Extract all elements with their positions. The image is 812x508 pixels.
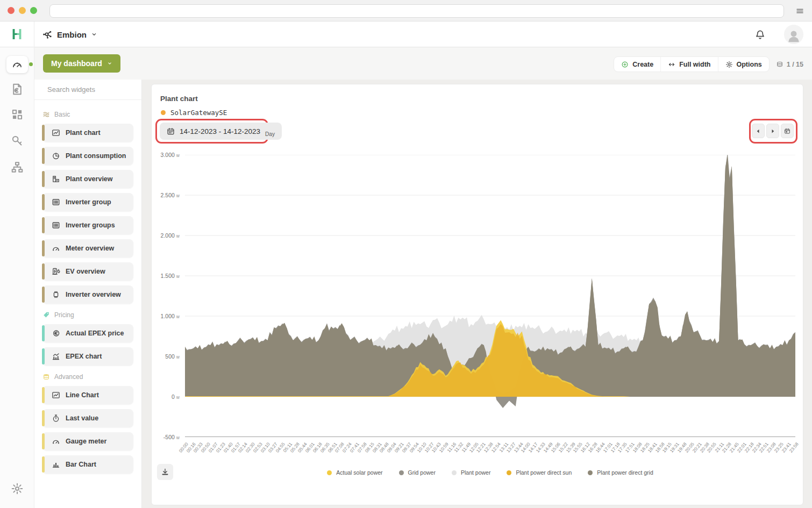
section-header-pricing: Pricing [42, 311, 133, 319]
device-row: SolarGatewaySE [161, 109, 227, 117]
arrows-h-icon [668, 61, 675, 68]
widget-item-label: Inverter groups [66, 221, 115, 229]
widget-item-inverter-group[interactable]: Inverter group [42, 193, 133, 211]
x-axis-labels: 00:0000:1600:3300:5001:0701:2301:4001:57… [185, 439, 795, 463]
gauge-icon [52, 244, 60, 253]
widget-item-plant-chart[interactable]: Plant chart [42, 124, 133, 142]
widget-item-ev-overview[interactable]: EV overview [42, 262, 133, 281]
tag-icon [42, 311, 50, 319]
legend-dot [327, 470, 332, 475]
download-chart-button[interactable] [157, 464, 173, 480]
browser-titlebar [0, 0, 812, 22]
widget-item-label: Inverter group [66, 198, 111, 206]
device-status-dot [161, 110, 166, 115]
widget-title: Plant chart [160, 95, 198, 103]
hamburger-menu-icon[interactable] [795, 6, 804, 16]
widget-item-label: Plant consumption [66, 152, 126, 160]
nav-item-widgets[interactable] [11, 108, 24, 121]
legend-dot [452, 470, 457, 475]
date-range-button[interactable]: 14-12-2023 - 14-12-2023 Day [160, 123, 282, 140]
ev-icon [52, 267, 60, 276]
download-icon [161, 468, 169, 476]
nav-rail [0, 47, 34, 508]
list-icon [52, 198, 60, 206]
widget-item-epex-chart[interactable]: EPEX chart [42, 347, 133, 366]
line-chart-icon [52, 128, 60, 137]
full-width-button[interactable]: Full width [660, 57, 717, 71]
accent-bar [42, 433, 45, 449]
toolbar-button-group: CreateFull widthOptions [614, 56, 769, 72]
chevron-down-icon [107, 61, 112, 66]
accent-bar [42, 287, 45, 303]
button-label: Options [737, 61, 762, 68]
previous-period-button[interactable] [752, 124, 765, 138]
button-label: Create [632, 61, 653, 68]
close-window-button[interactable] [8, 7, 15, 14]
legend-dot [507, 470, 511, 475]
app-logo[interactable]: H [0, 22, 34, 47]
maximize-window-button[interactable] [30, 7, 37, 14]
widget-item-label: EV overview [66, 268, 105, 275]
widget-item-meter-overview[interactable]: Meter overview [42, 239, 133, 257]
nav-item-access[interactable] [11, 134, 24, 147]
widget-item-bar-chart[interactable]: Bar Chart [42, 455, 133, 474]
speedometer-icon [12, 59, 23, 70]
app-header: H Embion [0, 22, 812, 47]
date-granularity-label: Day [265, 131, 275, 137]
main-content: Plant chart SolarGatewaySE 14-12-2023 - … [142, 80, 812, 508]
accent-bar [42, 148, 45, 164]
caret-left-icon [755, 128, 761, 134]
accent-bar [42, 348, 45, 364]
create-button[interactable]: Create [614, 57, 660, 71]
legend-dot [588, 470, 593, 475]
notifications-bell-icon[interactable] [754, 29, 766, 40]
line-chart-icon [52, 391, 60, 399]
pie-chart-icon [52, 152, 60, 160]
widget-item-inverter-overview[interactable]: Inverter overview [42, 285, 133, 304]
widget-item-label: EPEX chart [66, 353, 102, 360]
nav-item-dashboard[interactable] [6, 56, 28, 73]
user-avatar[interactable] [784, 25, 803, 44]
widget-search [34, 80, 141, 100]
widget-item-last-value[interactable]: Last value [42, 409, 133, 427]
search-input[interactable] [47, 85, 142, 94]
widget-item-label: Bar Chart [66, 461, 96, 468]
y-tick-label: 1.000w [152, 313, 180, 319]
options-button[interactable]: Options [718, 57, 769, 71]
widget-item-gauge-meter[interactable]: Gauge meter [42, 432, 133, 450]
org-switcher[interactable]: Embion [42, 22, 97, 47]
list-icon [52, 221, 60, 230]
nav-item-settings[interactable] [11, 482, 24, 495]
nav-item-billing[interactable] [11, 83, 24, 96]
widget-item-plant-consumption[interactable]: Plant consumption [42, 147, 133, 165]
active-dashboard-dot [29, 62, 33, 66]
widget-item-actual-epex-price[interactable]: Actual EPEX price [42, 324, 133, 342]
network-icon [42, 29, 53, 40]
caret-right-icon [770, 128, 776, 134]
widget-item-inverter-groups[interactable]: Inverter groups [42, 216, 133, 234]
next-period-button[interactable] [766, 124, 779, 138]
y-axis-labels: 3.000w2.500w2.000w1.500w1.000w500w0w-500… [152, 155, 180, 437]
chart-plot-area[interactable] [185, 155, 795, 437]
org-name: Embion [57, 30, 87, 39]
building-chart-icon [52, 175, 60, 183]
legend-dot [399, 470, 404, 475]
accent-bar [42, 263, 45, 280]
minimize-window-button[interactable] [19, 7, 26, 14]
dashboard-selector-button[interactable]: My dashboard [43, 54, 120, 73]
accent-bar [42, 456, 45, 473]
y-tick-label: -500w [152, 434, 180, 440]
y-tick-label: 2.000w [152, 232, 180, 239]
accent-bar [42, 325, 45, 341]
url-bar[interactable] [49, 4, 784, 18]
jump-to-today-button[interactable] [781, 124, 794, 138]
nav-item-structure[interactable] [11, 161, 24, 174]
accent-bar [42, 171, 45, 187]
calendar-today-icon [784, 128, 790, 134]
widget-item-line-chart[interactable]: Line Chart [42, 386, 133, 404]
widget-item-label: Meter overview [66, 245, 114, 252]
page-indicator-label: 1 / 15 [787, 61, 803, 68]
accent-bar [42, 125, 45, 141]
stopwatch-icon [52, 414, 60, 423]
widget-item-plant-overview[interactable]: Plant overview [42, 170, 133, 188]
